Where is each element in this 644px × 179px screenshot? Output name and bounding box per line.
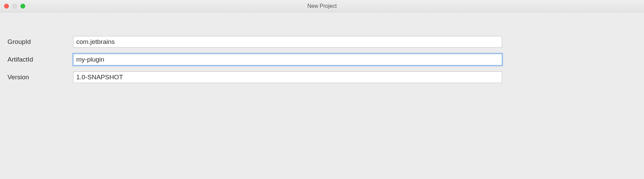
version-input[interactable] [73, 71, 502, 83]
artifact-id-label: ArtifactId [7, 56, 73, 63]
minimize-button[interactable] [12, 4, 17, 9]
maximize-button[interactable] [20, 4, 25, 9]
window-title: New Project [0, 3, 644, 9]
group-id-input[interactable] [73, 36, 502, 48]
version-row: Version [7, 71, 637, 83]
window-titlebar: New Project [0, 0, 644, 12]
close-button[interactable] [4, 4, 9, 9]
traffic-lights [4, 4, 25, 9]
group-id-label: GroupId [7, 38, 73, 46]
form-area: GroupId ArtifactId Version [0, 12, 644, 96]
group-id-row: GroupId [7, 36, 637, 48]
artifact-id-input[interactable] [73, 54, 502, 65]
artifact-id-row: ArtifactId [7, 54, 637, 65]
version-label: Version [7, 74, 73, 81]
